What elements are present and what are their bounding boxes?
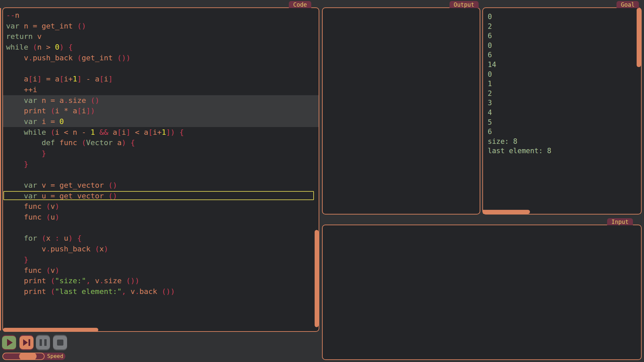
code-line bbox=[3, 223, 319, 233]
goal-line: 0 bbox=[483, 70, 641, 79]
code-line: var n = a.size () bbox=[3, 95, 319, 106]
stop-button[interactable] bbox=[53, 335, 67, 350]
goal-line: 14 bbox=[483, 60, 641, 70]
pause-button[interactable] bbox=[36, 335, 50, 350]
step-forward-button-face bbox=[19, 336, 34, 349]
input-panel: Input bbox=[322, 225, 642, 360]
goal-line: 6 bbox=[483, 50, 641, 60]
pause-icon bbox=[40, 339, 47, 346]
play-icon bbox=[7, 339, 13, 346]
goal-line: size: 8 bbox=[483, 137, 641, 146]
stop-button-face bbox=[53, 336, 67, 349]
code-line: while (i < n - 1 && a[i] < a[i+1]) { bbox=[3, 127, 319, 138]
play-button[interactable] bbox=[2, 335, 16, 350]
input-console[interactable] bbox=[323, 225, 641, 359]
code-line: } bbox=[3, 159, 319, 170]
goal-line: 5 bbox=[483, 118, 641, 127]
code-line: return v bbox=[3, 31, 319, 42]
code-vertical-scrollbar-thumb[interactable] bbox=[315, 230, 319, 327]
goal-panel: Goal 02606140123456size: 8last element: … bbox=[482, 7, 642, 215]
goal-horizontal-scrollbar-thumb[interactable] bbox=[483, 210, 530, 214]
goal-line: 6 bbox=[483, 127, 641, 137]
goal-line: 3 bbox=[483, 98, 641, 108]
code-line: print ("last element:", v.back ()) bbox=[3, 286, 319, 297]
code-line: print ("size:", v.size ()) bbox=[3, 276, 319, 286]
code-line bbox=[3, 63, 319, 74]
code-line: func (v) bbox=[3, 265, 319, 276]
code-line: a[i] = a[i+1] - a[i] bbox=[3, 74, 319, 84]
code-line: var i = 0 bbox=[3, 116, 319, 127]
goal-line: 0 bbox=[483, 41, 641, 51]
step-forward-button[interactable] bbox=[19, 335, 34, 350]
goal-line: 1 bbox=[483, 79, 641, 89]
goal-line: 6 bbox=[483, 31, 641, 41]
code-line: var v = get_vector () bbox=[3, 180, 319, 191]
goal-vertical-scrollbar-thumb[interactable] bbox=[637, 8, 641, 67]
code-line: ++i bbox=[3, 84, 319, 95]
pause-button-face bbox=[36, 336, 50, 349]
code-line: print (i * a[i]) bbox=[3, 106, 319, 116]
code-line: --n bbox=[3, 10, 319, 21]
tab-output: Output bbox=[449, 1, 479, 8]
goal-line: last element: 8 bbox=[483, 146, 641, 156]
speed-slider-thumb[interactable] bbox=[19, 353, 37, 360]
tab-input: Input bbox=[607, 218, 633, 225]
step-forward-icon bbox=[23, 339, 30, 346]
code-line: while (n > 0) { bbox=[3, 42, 319, 53]
goal-line: 2 bbox=[483, 89, 641, 99]
code-editor[interactable]: --nvar n = get_int ()return vwhile (n > … bbox=[3, 8, 319, 331]
goal-console: 02606140123456size: 8last element: 8 bbox=[483, 8, 641, 214]
code-line-current: var u = get_vector () bbox=[3, 191, 319, 201]
code-line: } bbox=[3, 148, 319, 159]
code-line: var n = get_int () bbox=[3, 21, 319, 32]
tab-goal: Goal bbox=[616, 1, 639, 8]
code-line: func (v) bbox=[3, 201, 319, 212]
goal-line: 2 bbox=[483, 22, 641, 32]
output-console bbox=[323, 8, 480, 214]
goal-line: 0 bbox=[483, 12, 641, 22]
tab-code: Code bbox=[289, 1, 311, 8]
output-panel: Output bbox=[322, 7, 480, 215]
code-line: def func (Vector a) { bbox=[3, 137, 319, 148]
code-line: } bbox=[3, 254, 319, 265]
code-line: func (u) bbox=[3, 212, 319, 223]
goal-line: 4 bbox=[483, 108, 641, 118]
code-line: v.push_back (x) bbox=[3, 244, 319, 254]
play-button-face bbox=[2, 336, 16, 349]
stop-icon bbox=[57, 340, 63, 346]
code-horizontal-scrollbar-thumb[interactable] bbox=[3, 328, 98, 332]
code-line bbox=[3, 169, 319, 180]
window-left-edge bbox=[0, 8, 1, 330]
code-panel: Code --nvar n = get_int ()return vwhile … bbox=[2, 7, 319, 332]
code-line: for (x : u) { bbox=[3, 233, 319, 244]
code-line: v.push_back (get_int ()) bbox=[3, 53, 319, 63]
